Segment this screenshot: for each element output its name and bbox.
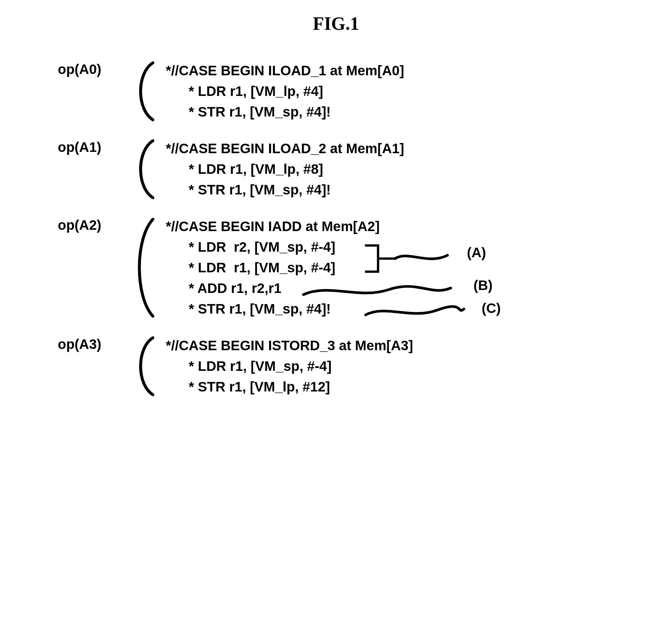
block-a1: op(A1) *//CASE BEGIN ILOAD_2 at Mem[A1] …: [58, 138, 615, 200]
instr: * LDR r1, [VM_sp, #-4]: [166, 356, 413, 376]
instr: * LDR r1, [VM_lp, #4]: [166, 81, 404, 101]
op-label-a0: op(A0): [58, 60, 130, 77]
annotation-label-b: (B): [474, 275, 493, 296]
comment-a1: *//CASE BEGIN ILOAD_2 at Mem[A1]: [166, 138, 404, 159]
figure-title: FIG.1: [58, 13, 615, 34]
annotation-label-a: (A): [467, 242, 486, 263]
brace-icon: [130, 216, 160, 319]
op-label-a1: op(A1): [58, 138, 130, 155]
annotation-label-c: (C): [482, 298, 501, 318]
comment-a2: *//CASE BEGIN IADD at Mem[A2]: [166, 216, 520, 237]
comment-a3: *//CASE BEGIN ISTORD_3 at Mem[A3]: [166, 335, 413, 356]
brace-icon: [130, 60, 160, 122]
instr: * STR r1, [VM_sp, #4]!: [166, 179, 404, 200]
instr: * STR r1, [VM_sp, #4]!: [166, 101, 404, 122]
instr: * STR r1, [VM_sp, #4]!: [166, 298, 520, 319]
block-a3: op(A3) *//CASE BEGIN ISTORD_3 at Mem[A3]…: [58, 335, 615, 397]
block-a0: op(A0) *//CASE BEGIN ILOAD_1 at Mem[A0] …: [58, 60, 615, 122]
block-a2: op(A2) *//CASE BEGIN IADD at Mem[A2] * L…: [58, 216, 615, 319]
op-label-a3: op(A3): [58, 335, 130, 352]
brace-icon: [130, 138, 160, 200]
instr: * LDR r1, [VM_lp, #8]: [166, 159, 404, 179]
instr: * LDR r2, [VM_sp, #-4]: [166, 237, 520, 257]
comment-a0: *//CASE BEGIN ILOAD_1 at Mem[A0]: [166, 60, 404, 81]
brace-icon: [130, 335, 160, 397]
instr: * ADD r1, r2,r1: [166, 278, 520, 298]
instr: * LDR r1, [VM_sp, #-4]: [166, 257, 520, 278]
instr: * STR r1, [VM_lp, #12]: [166, 376, 413, 397]
op-label-a2: op(A2): [58, 216, 130, 233]
